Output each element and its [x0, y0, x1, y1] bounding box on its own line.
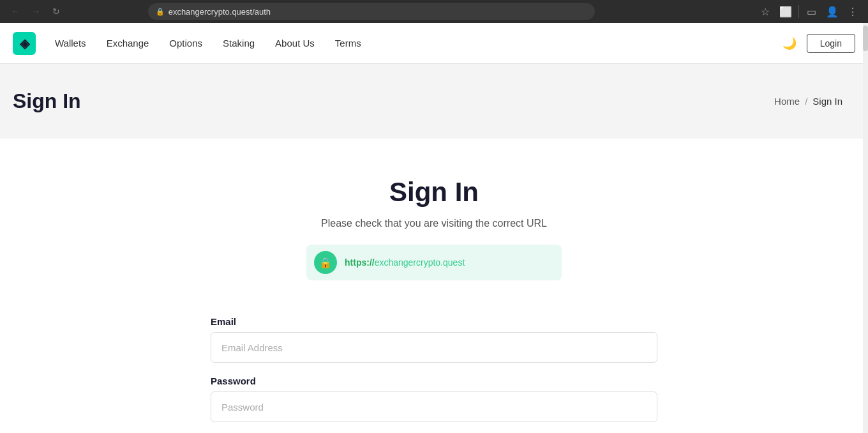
breadcrumb-current: Sign In [812, 96, 842, 107]
forward-button[interactable]: → [28, 4, 43, 19]
navbar-right: 🌙 Login [782, 34, 855, 53]
logo-icon: ◈ [20, 37, 29, 50]
navbar: ◈ Wallets Exchange Options Staking About… [0, 23, 868, 64]
breadcrumb: Home / Sign In [774, 96, 842, 107]
nav-about[interactable]: About Us [275, 38, 315, 49]
reload-button[interactable]: ↻ [49, 4, 64, 19]
menu-icon[interactable]: ⋮ [845, 4, 860, 19]
email-label: Email [211, 316, 657, 327]
nav-wallets[interactable]: Wallets [55, 38, 86, 49]
password-label: Password [211, 376, 657, 386]
logo[interactable]: ◈ [13, 32, 36, 55]
bookmark-icon[interactable]: ☆ [758, 4, 773, 19]
ssl-lock-icon: 🔒 [156, 8, 165, 16]
theme-toggle-button[interactable]: 🌙 [782, 36, 797, 50]
browser-toolbar-right: ☆ ⬜ ▭ 👤 ⋮ [758, 4, 860, 19]
nav-staking[interactable]: Staking [223, 38, 255, 49]
main-content: Sign In Please check that you are visiti… [0, 139, 868, 433]
profile-icon[interactable]: 👤 [825, 4, 840, 19]
nav-terms[interactable]: Terms [335, 38, 361, 49]
nav-exchange[interactable]: Exchange [107, 38, 149, 49]
breadcrumb-home[interactable]: Home [774, 96, 800, 107]
signin-subtitle: Please check that you are visiting the c… [321, 218, 547, 229]
signin-heading: Sign In [389, 177, 479, 208]
scrollbar-thumb[interactable] [863, 26, 868, 51]
page-title: Sign In [13, 89, 81, 113]
signin-form: Email Password [211, 303, 657, 422]
url-verify-box: 🔒 https://exchangercrypto.quest [306, 245, 562, 280]
nav-options[interactable]: Options [169, 38, 202, 49]
address-bar[interactable]: 🔒 exchangercrypto.quest/auth [148, 3, 595, 20]
nav-links: Wallets Exchange Options Staking About U… [55, 38, 782, 49]
password-input[interactable] [211, 391, 657, 422]
login-button[interactable]: Login [807, 34, 855, 53]
lock-icon: 🔒 [319, 257, 332, 269]
sidebar-icon[interactable]: ▭ [804, 4, 819, 19]
url-display: exchangercrypto.quest/auth [168, 7, 271, 17]
url-display-text: https://exchangercrypto.quest [345, 257, 465, 268]
breadcrumb-separator: / [805, 96, 807, 107]
toolbar-divider [798, 5, 799, 18]
email-input[interactable] [211, 332, 657, 363]
extensions-icon[interactable]: ⬜ [778, 4, 793, 19]
scrollbar[interactable] [863, 23, 868, 433]
back-button[interactable]: ← [8, 4, 23, 19]
page-header: Sign In Home / Sign In [0, 64, 868, 139]
url-lock-circle: 🔒 [314, 251, 337, 274]
browser-chrome: ← → ↻ 🔒 exchangercrypto.quest/auth ☆ ⬜ ▭… [0, 0, 868, 23]
